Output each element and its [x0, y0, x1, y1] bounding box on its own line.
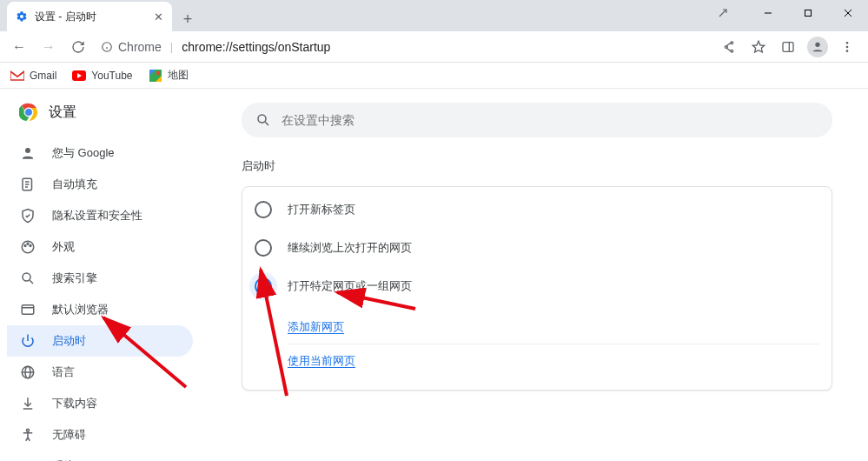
settings-sidebar-column: 设置 您与 Google 自动填充 隐私设置和安全性 外观 搜索引擎: [0, 89, 242, 461]
svg-point-26: [25, 148, 30, 153]
sidebar-item-label: 隐私设置和安全性: [52, 208, 142, 224]
svg-point-14: [846, 42, 849, 44]
window-maximize-button[interactable]: [788, 0, 828, 26]
sidebar-item-label: 自动填充: [52, 177, 97, 192]
accessibility-icon: [19, 426, 36, 444]
svg-point-33: [27, 243, 29, 244]
person-icon: [19, 144, 36, 162]
svg-point-35: [23, 273, 30, 281]
svg-point-43: [27, 429, 30, 431]
svg-point-7: [731, 42, 733, 44]
svg-point-16: [846, 50, 849, 52]
svg-line-45: [265, 122, 268, 125]
svg-point-13: [815, 42, 819, 46]
tab-title: 设置 - 启动时: [35, 10, 147, 24]
settings-search[interactable]: [242, 103, 832, 137]
reload-button[interactable]: [66, 35, 90, 59]
page-title: 设置: [49, 104, 76, 122]
svg-point-22: [156, 70, 159, 74]
sidebar-item-privacy[interactable]: 隐私设置和安全性: [7, 200, 193, 231]
bookmark-gmail[interactable]: Gmail: [10, 69, 56, 83]
settings-content: 设置 您与 Google 自动填充 隐私设置和安全性 外观 搜索引擎: [0, 89, 868, 461]
svg-rect-37: [22, 305, 34, 315]
bookmark-label: YouTube: [91, 70, 132, 82]
svg-marker-10: [752, 41, 764, 52]
option-label: 继续浏览上次打开的网页: [288, 240, 412, 256]
settings-sidebar: 您与 Google 自动填充 隐私设置和安全性 外观 搜索引擎 默认浏览器: [0, 137, 242, 461]
url-separator: |: [167, 40, 176, 53]
sidebar-item-accessibility[interactable]: 无障碍: [7, 419, 193, 451]
sidebar-item-languages[interactable]: 语言: [7, 357, 193, 388]
window-restore-down-button[interactable]: [703, 0, 743, 26]
browser-menu-icon[interactable]: [833, 35, 861, 59]
use-current-pages-link[interactable]: 使用当前网页: [288, 344, 819, 377]
browser-toolbar: ← → Chrome | chrome://settings/onStartup: [0, 31, 868, 63]
sidebar-item-label: 启动时: [52, 333, 86, 349]
gmail-icon: [10, 69, 24, 83]
wrench-icon: [19, 458, 36, 461]
settings-main-column: 启动时 打开新标签页 继续浏览上次打开的网页 打开特定网页或一组网页 添加新网页…: [242, 89, 868, 461]
site-info-icon[interactable]: [101, 41, 113, 53]
window-minimize-button[interactable]: [748, 0, 788, 26]
sidebar-item-autofill[interactable]: 自动填充: [7, 169, 193, 200]
search-icon: [19, 270, 36, 287]
svg-rect-1: [805, 10, 812, 17]
svg-point-8: [731, 50, 733, 52]
window-close-button[interactable]: [828, 0, 868, 26]
browser-icon: [19, 301, 36, 318]
radio-button[interactable]: [255, 239, 272, 257]
sidebar-item-system[interactable]: 系统: [7, 451, 193, 461]
sidebar-item-downloads[interactable]: 下载内容: [7, 388, 193, 419]
svg-point-9: [725, 45, 727, 48]
new-tab-button[interactable]: +: [176, 7, 200, 31]
browser-tab[interactable]: 设置 - 启动时 ✕: [7, 2, 172, 31]
section-title: 启动时: [242, 158, 868, 174]
svg-point-44: [258, 115, 266, 123]
sidebar-item-appearance[interactable]: 外观: [7, 231, 193, 263]
profile-avatar[interactable]: [804, 35, 832, 59]
bookmarks-bar: Gmail YouTube 地图: [0, 63, 868, 89]
youtube-icon: [72, 69, 86, 83]
bookmark-star-icon[interactable]: [745, 35, 772, 59]
forward-button[interactable]: →: [36, 35, 61, 59]
bookmark-label: Gmail: [30, 70, 56, 82]
add-new-page-link[interactable]: 添加新网页: [288, 311, 819, 344]
url-text: chrome://settings/onStartup: [182, 40, 330, 54]
startup-sublinks: 添加新网页 使用当前网页: [288, 305, 819, 386]
globe-icon: [19, 364, 36, 381]
gear-icon: [16, 10, 28, 23]
sidebar-item-search-engine[interactable]: 搜索引擎: [7, 263, 193, 294]
window-controls: [703, 0, 868, 26]
sidebar-item-you-and-google[interactable]: 您与 Google: [7, 137, 193, 169]
bookmark-maps[interactable]: 地图: [149, 68, 189, 83]
address-bar[interactable]: Chrome | chrome://settings/onStartup: [96, 35, 710, 59]
startup-option-new-tab[interactable]: 打开新标签页: [255, 190, 819, 229]
radio-button[interactable]: [255, 277, 272, 295]
palette-icon: [19, 238, 36, 256]
share-icon[interactable]: [715, 35, 743, 59]
sidebar-item-label: 外观: [52, 239, 75, 255]
option-label: 打开特定网页或一组网页: [288, 278, 412, 294]
startup-option-continue[interactable]: 继续浏览上次打开的网页: [255, 229, 819, 267]
sidebar-item-default-browser[interactable]: 默认浏览器: [7, 294, 193, 325]
back-button[interactable]: ←: [7, 35, 31, 59]
radio-button[interactable]: [255, 201, 272, 218]
bookmark-youtube[interactable]: YouTube: [72, 69, 132, 83]
maps-icon: [149, 69, 162, 83]
svg-line-36: [30, 280, 33, 284]
shield-icon: [19, 207, 36, 224]
settings-search-input[interactable]: [282, 113, 818, 127]
power-icon: [19, 332, 36, 350]
sidebar-item-label: 下载内容: [52, 396, 97, 411]
svg-rect-11: [783, 42, 793, 51]
sidebar-item-label: 语言: [52, 364, 75, 380]
sidebar-item-on-startup[interactable]: 启动时: [7, 325, 193, 357]
close-tab-icon[interactable]: ✕: [154, 10, 163, 23]
sidebar-item-label: 默认浏览器: [52, 302, 109, 317]
download-icon: [19, 395, 36, 412]
svg-point-15: [846, 45, 849, 48]
svg-point-34: [30, 245, 31, 247]
option-label: 打开新标签页: [288, 202, 355, 217]
startup-option-specific-pages[interactable]: 打开特定网页或一组网页: [255, 267, 819, 305]
side-panel-icon[interactable]: [774, 35, 802, 59]
